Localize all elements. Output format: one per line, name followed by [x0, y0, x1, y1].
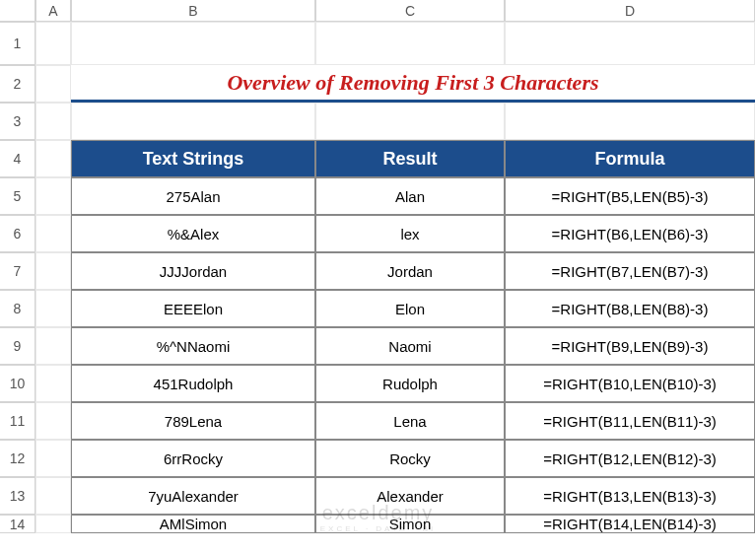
row-header-2[interactable]: 2	[0, 65, 35, 103]
cell-empty[interactable]	[71, 22, 315, 65]
cell-a11[interactable]	[35, 402, 71, 440]
cell-a9[interactable]	[35, 327, 71, 365]
cell-empty[interactable]	[315, 103, 505, 140]
data-result[interactable]: Rocky	[315, 440, 505, 477]
row-header-10[interactable]: 10	[0, 365, 35, 402]
cell-a13[interactable]	[35, 477, 71, 515]
data-result[interactable]: Naomi	[315, 327, 505, 365]
data-result[interactable]: Alexander	[315, 477, 505, 515]
row-header-5[interactable]: 5	[0, 177, 35, 215]
data-text[interactable]: 7yuAlexander	[71, 477, 315, 515]
select-all-corner[interactable]	[0, 0, 35, 22]
header-result: Result	[315, 140, 505, 177]
data-formula[interactable]: =RIGHT(B8,LEN(B8)-3)	[505, 290, 755, 327]
page-title: Overview of Removing First 3 Characters	[71, 65, 755, 103]
data-result[interactable]: Simon	[315, 515, 505, 533]
row-header-7[interactable]: 7	[0, 252, 35, 290]
row-header-14[interactable]: 14	[0, 515, 35, 533]
data-formula[interactable]: =RIGHT(B9,LEN(B9)-3)	[505, 327, 755, 365]
data-text[interactable]: 789Lena	[71, 402, 315, 440]
data-formula[interactable]: =RIGHT(B11,LEN(B11)-3)	[505, 402, 755, 440]
col-header-c[interactable]: C	[315, 0, 505, 22]
data-text[interactable]: 275Alan	[71, 177, 315, 215]
cell-a4[interactable]	[35, 140, 71, 177]
cell-a8[interactable]	[35, 290, 71, 327]
data-text[interactable]: EEEElon	[71, 290, 315, 327]
cell-empty[interactable]	[71, 103, 315, 140]
data-result[interactable]: Jordan	[315, 252, 505, 290]
row-header-4[interactable]: 4	[0, 140, 35, 177]
data-text[interactable]: %&Alex	[71, 215, 315, 252]
data-result[interactable]: Alan	[315, 177, 505, 215]
cell-empty[interactable]	[505, 103, 755, 140]
cell-empty[interactable]	[315, 22, 505, 65]
data-text[interactable]: AMlSimon	[71, 515, 315, 533]
col-header-a[interactable]: A	[35, 0, 71, 22]
header-text-strings: Text Strings	[71, 140, 315, 177]
data-result[interactable]: Elon	[315, 290, 505, 327]
header-formula: Formula	[505, 140, 755, 177]
data-text[interactable]: JJJJordan	[71, 252, 315, 290]
cell-a14[interactable]	[35, 515, 71, 533]
row-header-1[interactable]: 1	[0, 22, 35, 65]
cell-a12[interactable]	[35, 440, 71, 477]
row-header-9[interactable]: 9	[0, 327, 35, 365]
row-header-3[interactable]: 3	[0, 103, 35, 140]
cell-empty[interactable]	[35, 103, 71, 140]
cell-a7[interactable]	[35, 252, 71, 290]
data-formula[interactable]: =RIGHT(B10,LEN(B10)-3)	[505, 365, 755, 402]
data-formula[interactable]: =RIGHT(B14,LEN(B14)-3)	[505, 515, 755, 533]
row-header-11[interactable]: 11	[0, 402, 35, 440]
data-formula[interactable]: =RIGHT(B7,LEN(B7)-3)	[505, 252, 755, 290]
col-header-b[interactable]: B	[71, 0, 315, 22]
data-formula[interactable]: =RIGHT(B13,LEN(B13)-3)	[505, 477, 755, 515]
row-header-8[interactable]: 8	[0, 290, 35, 327]
cell-a6[interactable]	[35, 215, 71, 252]
cell-empty[interactable]	[505, 22, 755, 65]
data-formula[interactable]: =RIGHT(B12,LEN(B12)-3)	[505, 440, 755, 477]
data-formula[interactable]: =RIGHT(B5,LEN(B5)-3)	[505, 177, 755, 215]
col-header-d[interactable]: D	[505, 0, 755, 22]
data-result[interactable]: lex	[315, 215, 505, 252]
row-header-12[interactable]: 12	[0, 440, 35, 477]
data-result[interactable]: Rudolph	[315, 365, 505, 402]
row-header-6[interactable]: 6	[0, 215, 35, 252]
data-formula[interactable]: =RIGHT(B6,LEN(B6)-3)	[505, 215, 755, 252]
cell-empty[interactable]	[35, 22, 71, 65]
cell-a2[interactable]	[35, 65, 71, 103]
cell-a10[interactable]	[35, 365, 71, 402]
data-text[interactable]: %^NNaomi	[71, 327, 315, 365]
data-text[interactable]: 451Rudolph	[71, 365, 315, 402]
row-header-13[interactable]: 13	[0, 477, 35, 515]
data-text[interactable]: 6rrRocky	[71, 440, 315, 477]
data-result[interactable]: Lena	[315, 402, 505, 440]
cell-a5[interactable]	[35, 177, 71, 215]
